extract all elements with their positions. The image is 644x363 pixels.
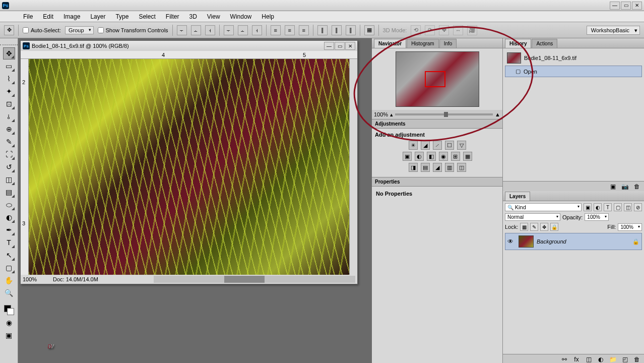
menu-layer[interactable]: Layer bbox=[85, 12, 110, 22]
lookup-icon[interactable]: ▦ bbox=[463, 152, 472, 161]
menu-image[interactable]: Image bbox=[58, 12, 85, 22]
horizontal-ruler[interactable]: 4 5 bbox=[21, 51, 357, 59]
align-bottom-icon[interactable]: ⫞ bbox=[252, 25, 262, 35]
distribute-center-v-icon[interactable]: ≡ bbox=[285, 25, 295, 35]
layer-thumbnail[interactable] bbox=[519, 235, 534, 248]
lasso-tool[interactable]: ⌇ bbox=[3, 73, 15, 85]
menu-select[interactable]: Select bbox=[134, 12, 160, 22]
navigator-view-frame[interactable] bbox=[425, 71, 445, 87]
auto-align-icon[interactable]: ▦ bbox=[364, 25, 374, 35]
align-left-icon[interactable]: ⫟ bbox=[177, 25, 187, 35]
blur-tool[interactable]: ⬭ bbox=[3, 199, 15, 211]
shape-tool[interactable]: ▢ bbox=[3, 262, 15, 274]
brightness-icon[interactable]: ☀ bbox=[409, 141, 418, 150]
layer-effects-icon[interactable]: fx bbox=[572, 356, 581, 363]
fill-value[interactable]: 100% bbox=[618, 223, 642, 231]
menu-window[interactable]: Window bbox=[225, 12, 257, 22]
crop-tool[interactable]: ⊡ bbox=[3, 98, 15, 110]
navigator-zoom-slider[interactable] bbox=[395, 113, 493, 115]
tab-history[interactable]: History bbox=[505, 39, 531, 48]
lock-image-icon[interactable]: ✎ bbox=[530, 223, 538, 231]
doc-minimize-button[interactable]: — bbox=[324, 42, 334, 50]
filter-type-icon[interactable]: T bbox=[604, 203, 612, 211]
move-tool-icon[interactable]: ✥ bbox=[4, 25, 14, 35]
close-button[interactable]: ✕ bbox=[632, 2, 642, 10]
zoom-level[interactable]: 100% bbox=[23, 276, 48, 282]
layer-mask-icon[interactable]: ◫ bbox=[585, 356, 593, 363]
levels-icon[interactable]: ◢ bbox=[421, 141, 430, 150]
eraser-tool[interactable]: ◫ bbox=[3, 173, 15, 186]
dodge-tool[interactable]: ◐ bbox=[3, 211, 15, 223]
distribute-center-h-icon[interactable]: ‖ bbox=[332, 25, 342, 35]
clone-stamp-tool[interactable]: ⛶ bbox=[3, 148, 15, 160]
posterize-icon[interactable]: ▤ bbox=[421, 163, 430, 172]
filter-adjust-icon[interactable]: ◐ bbox=[594, 203, 602, 211]
blend-mode[interactable]: Normal bbox=[505, 213, 560, 221]
menu-filter[interactable]: Filter bbox=[161, 12, 184, 22]
vertical-scrollbar[interactable] bbox=[349, 59, 357, 275]
new-layer-icon[interactable]: ◰ bbox=[621, 356, 629, 363]
tab-histogram[interactable]: Histogram bbox=[407, 39, 439, 48]
menu-3d[interactable]: 3D bbox=[184, 12, 202, 22]
snapshot-from-state-icon[interactable]: ▣ bbox=[609, 183, 617, 190]
link-layers-icon[interactable]: ⚯ bbox=[560, 356, 568, 363]
auto-select-checkbox[interactable]: Auto-Select: bbox=[23, 27, 61, 33]
threshold-icon[interactable]: ◢ bbox=[433, 163, 442, 172]
layer-group-icon[interactable]: 📁 bbox=[609, 356, 617, 363]
align-top-icon[interactable]: ⫟ bbox=[224, 25, 234, 35]
delete-state-icon[interactable]: 🗑 bbox=[633, 183, 641, 190]
selective-color-icon[interactable]: ◫ bbox=[457, 163, 466, 172]
zoom-tool[interactable]: 🔍 bbox=[3, 287, 15, 299]
filter-toggle-icon[interactable]: ⊘ bbox=[634, 203, 642, 211]
auto-select-target[interactable]: Group bbox=[65, 26, 94, 34]
menu-edit[interactable]: Edit bbox=[38, 12, 58, 22]
align-right-icon[interactable]: ⫞ bbox=[205, 25, 215, 35]
navigator-zoom[interactable]: 100% bbox=[374, 111, 388, 117]
bw-icon[interactable]: ◧ bbox=[427, 152, 436, 161]
layer-filter-kind[interactable]: 🔍 Kind bbox=[505, 203, 582, 211]
menu-help[interactable]: Help bbox=[256, 12, 279, 22]
opacity-value[interactable]: 100% bbox=[585, 213, 609, 221]
horizontal-scrollbar[interactable] bbox=[154, 276, 355, 283]
minimize-button[interactable]: — bbox=[610, 2, 620, 10]
navigator-thumbnail[interactable] bbox=[396, 51, 479, 107]
document-title-bar[interactable]: Ps Bodie1_08-11_6x9.tif @ 100% (RGB/8) —… bbox=[21, 41, 357, 51]
hand-tool[interactable]: ✋ bbox=[3, 274, 15, 286]
history-brush-tool[interactable]: ↺ bbox=[3, 161, 15, 173]
quick-mask-tool[interactable]: ◉ bbox=[3, 317, 15, 329]
distribute-right-icon[interactable]: ‖ bbox=[346, 25, 356, 35]
vibrance-icon[interactable]: ▽ bbox=[457, 141, 466, 150]
new-snapshot-icon[interactable]: 📷 bbox=[621, 183, 629, 190]
properties-header[interactable]: Properties bbox=[372, 177, 502, 187]
pen-tool[interactable]: ✒ bbox=[3, 224, 15, 236]
healing-brush-tool[interactable]: ⊕ bbox=[3, 123, 15, 135]
filter-smart-icon[interactable]: ◫ bbox=[624, 203, 632, 211]
distribute-top-icon[interactable]: ≡ bbox=[271, 25, 281, 35]
hue-sat-icon[interactable]: ▣ bbox=[403, 152, 412, 161]
doc-close-button[interactable]: ✕ bbox=[345, 42, 355, 50]
lock-transparency-icon[interactable]: ▦ bbox=[520, 223, 528, 231]
tab-info[interactable]: Info bbox=[439, 39, 457, 48]
tab-actions[interactable]: Actions bbox=[532, 39, 557, 48]
distribute-left-icon[interactable]: ‖ bbox=[317, 25, 328, 35]
brush-tool[interactable]: ✎ bbox=[3, 136, 15, 148]
adjustments-header[interactable]: Adjustments bbox=[372, 119, 502, 129]
channel-mixer-icon[interactable]: ⊞ bbox=[451, 152, 460, 161]
menu-file[interactable]: File bbox=[18, 12, 38, 22]
align-center-h-icon[interactable]: ⫠ bbox=[191, 25, 201, 35]
invert-icon[interactable]: ◨ bbox=[409, 163, 418, 172]
fill-adjust-icon[interactable]: ◐ bbox=[597, 356, 605, 363]
exposure-icon[interactable]: ☐ bbox=[445, 141, 454, 150]
lock-position-icon[interactable]: ✥ bbox=[540, 223, 548, 231]
eyedropper-tool[interactable]: ⫰ bbox=[3, 110, 15, 123]
type-tool[interactable]: T bbox=[3, 236, 15, 249]
distribute-bottom-icon[interactable]: ≡ bbox=[299, 25, 309, 35]
history-state-open[interactable]: ▢ Open bbox=[505, 66, 642, 77]
navigator-zoom-in-icon[interactable]: ▲ bbox=[495, 111, 500, 117]
filter-shape-icon[interactable]: ▢ bbox=[614, 203, 622, 211]
color-swatch-tool[interactable] bbox=[3, 304, 15, 316]
gradient-tool[interactable]: ▤ bbox=[3, 186, 15, 198]
tab-layers[interactable]: Layers bbox=[505, 192, 530, 201]
lock-all-icon[interactable]: 🔒 bbox=[550, 223, 558, 231]
layer-visibility-icon[interactable]: 👁 bbox=[507, 238, 516, 245]
